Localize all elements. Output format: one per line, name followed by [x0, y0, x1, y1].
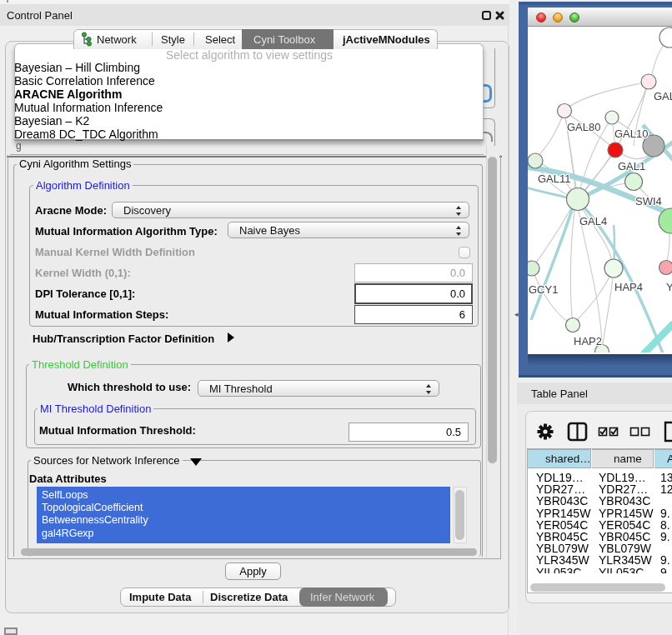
svg-text:GAL1: GAL1 [618, 160, 645, 172]
svg-text:SWI4: SWI4 [635, 195, 662, 208]
svg-text:GAL10: GAL10 [614, 128, 648, 140]
svg-text:GCY1: GCY1 [529, 283, 558, 296]
svg-text:GAL11: GAL11 [538, 172, 571, 185]
svg-text:Y: Y [666, 281, 672, 293]
svg-text:GAL80: GAL80 [567, 121, 600, 133]
svg-text:GAL: GAL [654, 90, 672, 102]
svg-text:HAP2: HAP2 [574, 335, 602, 348]
svg-text:GAL4: GAL4 [579, 215, 607, 228]
svg-text:HAP4: HAP4 [614, 281, 643, 293]
